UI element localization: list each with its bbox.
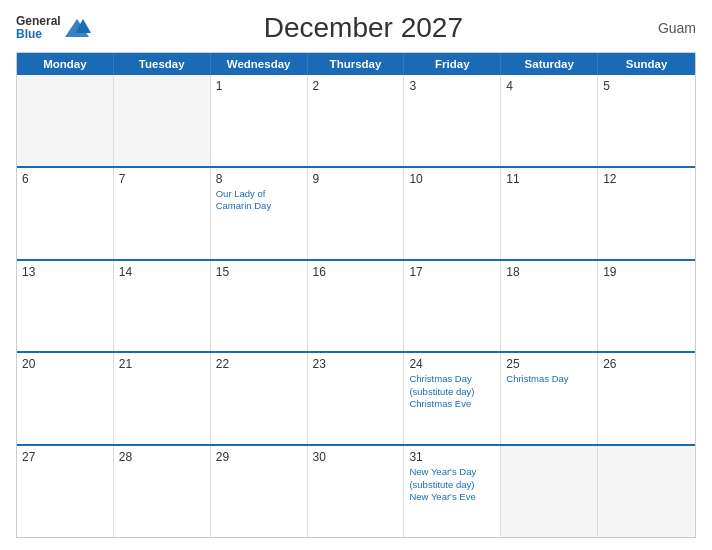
- day-number: 14: [119, 265, 205, 279]
- weekday-header-sunday: Sunday: [598, 53, 695, 75]
- calendar-day-cell: 6: [17, 168, 114, 259]
- calendar-day-cell: 14: [114, 261, 211, 352]
- calendar-day-cell: 29: [211, 446, 308, 537]
- weekday-header-wednesday: Wednesday: [211, 53, 308, 75]
- calendar-day-cell: 20: [17, 353, 114, 444]
- calendar-header: General Blue December 2027 Guam: [16, 12, 696, 44]
- calendar-week-1: 12345: [17, 75, 695, 166]
- calendar-day-cell: 30: [308, 446, 405, 537]
- event-label: Our Lady of: [216, 188, 302, 200]
- calendar-day-cell: 10: [404, 168, 501, 259]
- event-label: Christmas Eve: [409, 398, 495, 410]
- calendar-day-cell: 25Christmas Day: [501, 353, 598, 444]
- calendar-day-cell: 17: [404, 261, 501, 352]
- calendar-day-cell: 7: [114, 168, 211, 259]
- calendar-day-cell: [17, 75, 114, 166]
- calendar-day-cell: 18: [501, 261, 598, 352]
- day-number: 12: [603, 172, 690, 186]
- event-label: New Year's Day: [409, 466, 495, 478]
- event-label: (substitute day): [409, 479, 495, 491]
- day-number: 16: [313, 265, 399, 279]
- calendar-day-cell: [114, 75, 211, 166]
- calendar-day-cell: 15: [211, 261, 308, 352]
- day-number: 19: [603, 265, 690, 279]
- event-label: Camarin Day: [216, 200, 302, 212]
- day-number: 3: [409, 79, 495, 93]
- day-number: 30: [313, 450, 399, 464]
- calendar-day-cell: [598, 446, 695, 537]
- calendar-day-cell: 24Christmas Day(substitute day) Christma…: [404, 353, 501, 444]
- calendar-day-cell: 16: [308, 261, 405, 352]
- weekday-header-thursday: Thursday: [308, 53, 405, 75]
- day-number: 7: [119, 172, 205, 186]
- calendar-week-2: 678Our Lady ofCamarin Day9101112: [17, 166, 695, 259]
- logo: General Blue: [16, 15, 91, 41]
- day-number: 20: [22, 357, 108, 371]
- day-number: 10: [409, 172, 495, 186]
- calendar-day-cell: 26: [598, 353, 695, 444]
- event-label: New Year's Eve: [409, 491, 495, 503]
- event-label: (substitute day): [409, 386, 495, 398]
- day-number: 25: [506, 357, 592, 371]
- calendar-day-cell: 31New Year's Day(substitute day) New Yea…: [404, 446, 501, 537]
- calendar-day-cell: 12: [598, 168, 695, 259]
- calendar-day-cell: 19: [598, 261, 695, 352]
- weekday-header-saturday: Saturday: [501, 53, 598, 75]
- weekday-header-monday: Monday: [17, 53, 114, 75]
- day-number: 18: [506, 265, 592, 279]
- month-title: December 2027: [91, 12, 636, 44]
- calendar-day-cell: 4: [501, 75, 598, 166]
- calendar-day-cell: 22: [211, 353, 308, 444]
- day-number: 8: [216, 172, 302, 186]
- calendar-grid: MondayTuesdayWednesdayThursdayFridaySatu…: [16, 52, 696, 538]
- calendar-day-cell: 5: [598, 75, 695, 166]
- calendar-day-cell: 23: [308, 353, 405, 444]
- logo-blue-text: Blue: [16, 28, 61, 41]
- calendar-day-cell: 9: [308, 168, 405, 259]
- calendar-day-cell: [501, 446, 598, 537]
- weekday-header-friday: Friday: [404, 53, 501, 75]
- day-number: 15: [216, 265, 302, 279]
- day-number: 29: [216, 450, 302, 464]
- event-label: Christmas Day: [506, 373, 592, 385]
- calendar-day-cell: 1: [211, 75, 308, 166]
- calendar-day-cell: 8Our Lady ofCamarin Day: [211, 168, 308, 259]
- calendar-day-cell: 21: [114, 353, 211, 444]
- day-number: 2: [313, 79, 399, 93]
- day-number: 6: [22, 172, 108, 186]
- day-number: 27: [22, 450, 108, 464]
- region-label: Guam: [636, 20, 696, 36]
- calendar-day-cell: 28: [114, 446, 211, 537]
- event-label: Christmas Day: [409, 373, 495, 385]
- day-number: 4: [506, 79, 592, 93]
- day-number: 26: [603, 357, 690, 371]
- calendar-day-cell: 27: [17, 446, 114, 537]
- day-number: 23: [313, 357, 399, 371]
- logo-icon: [63, 17, 91, 39]
- calendar-body: 12345678Our Lady ofCamarin Day9101112131…: [17, 75, 695, 537]
- day-number: 11: [506, 172, 592, 186]
- calendar-week-3: 13141516171819: [17, 259, 695, 352]
- calendar-week-5: 2728293031New Year's Day(substitute day)…: [17, 444, 695, 537]
- day-number: 31: [409, 450, 495, 464]
- day-number: 24: [409, 357, 495, 371]
- day-number: 22: [216, 357, 302, 371]
- calendar-week-4: 2021222324Christmas Day(substitute day) …: [17, 351, 695, 444]
- day-number: 28: [119, 450, 205, 464]
- day-number: 13: [22, 265, 108, 279]
- day-number: 9: [313, 172, 399, 186]
- weekday-header-tuesday: Tuesday: [114, 53, 211, 75]
- calendar-day-cell: 13: [17, 261, 114, 352]
- calendar-day-cell: 2: [308, 75, 405, 166]
- calendar-day-cell: 3: [404, 75, 501, 166]
- day-number: 21: [119, 357, 205, 371]
- day-number: 17: [409, 265, 495, 279]
- day-number: 1: [216, 79, 302, 93]
- calendar-day-cell: 11: [501, 168, 598, 259]
- day-number: 5: [603, 79, 690, 93]
- weekday-header-row: MondayTuesdayWednesdayThursdayFridaySatu…: [17, 53, 695, 75]
